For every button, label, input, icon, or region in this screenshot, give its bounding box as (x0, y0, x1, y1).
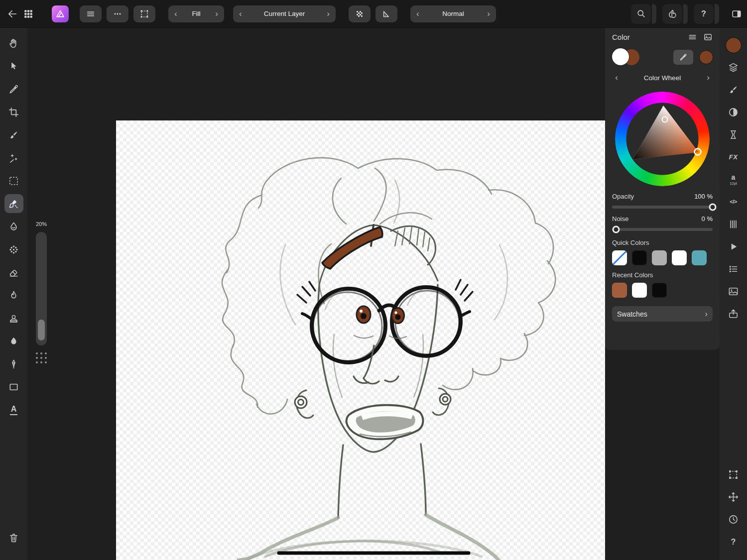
swatch[interactable] (692, 250, 707, 265)
tool-selection-brush[interactable] (4, 194, 23, 213)
tool-magic-wand[interactable] (4, 148, 23, 167)
menu-button[interactable] (80, 5, 102, 22)
help-tool-group: ? (694, 4, 719, 24)
studio-channels[interactable] (724, 213, 743, 235)
color-wheel[interactable] (615, 92, 710, 186)
tool-clone-stamp[interactable] (4, 309, 23, 328)
swatch[interactable] (612, 283, 627, 298)
swatch[interactable] (632, 283, 647, 298)
brush-size-slider-thumb[interactable] (38, 320, 45, 340)
tool-blur[interactable] (4, 332, 23, 350)
fill-control[interactable]: ‹ Fill › (168, 5, 224, 22)
eyedropper-icon (679, 53, 688, 62)
hair-strokes (222, 158, 555, 414)
saturation-triangle[interactable] (615, 92, 710, 186)
wheel-prev-button[interactable]: ‹ (612, 73, 621, 83)
mouth (347, 405, 423, 440)
studio-stock[interactable] (724, 258, 743, 280)
noise-slider-thumb[interactable] (613, 226, 620, 233)
retouch-tool-handle[interactable] (683, 4, 688, 24)
swatches-button[interactable]: Swatches › (612, 306, 713, 322)
fill-stroke-colors[interactable] (612, 48, 643, 67)
active-color-well[interactable] (724, 34, 743, 56)
current-color-chip[interactable] (700, 51, 713, 64)
chevron-right-icon[interactable]: › (486, 9, 491, 18)
gallery-button[interactable] (23, 8, 34, 19)
transform-selection-button[interactable] (133, 5, 155, 22)
studio-reference[interactable] (724, 280, 743, 303)
history-button[interactable] (724, 508, 743, 531)
canvas[interactable] (116, 120, 605, 560)
navigator-button[interactable] (724, 486, 743, 508)
tool-paint-brush[interactable] (4, 125, 23, 144)
swatch-none[interactable] (612, 250, 627, 265)
studio-export[interactable] (724, 303, 743, 325)
swatch[interactable] (652, 283, 667, 298)
transform-handles-icon (728, 469, 739, 480)
image-icon (728, 286, 739, 297)
help-tool-handle[interactable] (715, 4, 719, 24)
layer-target-label: Current Layer (243, 10, 326, 17)
noise-slider[interactable] (612, 228, 713, 231)
tool-color-picker[interactable] (4, 80, 23, 99)
panel-title: Color (612, 33, 630, 41)
transform-panel-button[interactable] (724, 463, 743, 486)
tool-vector-pen[interactable] (4, 354, 23, 373)
studio-macros[interactable] (724, 235, 743, 258)
affinity-logo[interactable] (52, 5, 69, 22)
swatch[interactable] (652, 250, 667, 265)
move-arrows-icon (728, 491, 739, 503)
studio-adjustments[interactable] (724, 101, 743, 123)
question-mark-icon: ? (701, 9, 706, 18)
studio-source-editor[interactable]: </> (724, 191, 743, 213)
swatch[interactable] (632, 250, 647, 265)
tool-shape[interactable] (4, 377, 23, 396)
more-button[interactable] (107, 5, 128, 22)
studio-typography[interactable]: a 12pt (724, 168, 743, 191)
color-eyedropper-button[interactable] (673, 50, 693, 65)
chevron-right-icon[interactable]: › (326, 9, 331, 18)
retouch-tool-button[interactable] (662, 4, 682, 24)
panel-toggle-button[interactable] (731, 8, 742, 19)
panel-picture-icon[interactable] (703, 32, 713, 42)
primary-color-chip[interactable] (612, 48, 629, 65)
delete-button[interactable] (4, 528, 23, 547)
layer-target-control[interactable]: ‹ Current Layer › (233, 5, 336, 22)
tool-move[interactable] (4, 57, 23, 76)
zoom-tool-handle[interactable] (652, 4, 656, 24)
tool-marquee[interactable] (4, 171, 23, 190)
neck (338, 444, 426, 518)
panel-menu-icon[interactable] (688, 32, 697, 42)
chevron-left-icon[interactable]: ‹ (173, 9, 178, 18)
tool-erase[interactable] (4, 263, 23, 282)
tool-text[interactable]: A (4, 400, 23, 419)
finger-smudge-icon (667, 8, 678, 19)
chevron-left-icon[interactable]: ‹ (238, 9, 243, 18)
chevron-right-icon[interactable]: › (214, 9, 219, 18)
tool-mixer-brush[interactable] (4, 217, 23, 236)
back-button[interactable] (7, 8, 18, 19)
studio-liquify[interactable] (724, 123, 743, 146)
chevron-left-icon[interactable]: ‹ (415, 9, 420, 18)
blend-mode-control[interactable]: ‹ Normal › (410, 5, 496, 22)
brush-size-slider[interactable] (36, 232, 47, 345)
studio-layers[interactable] (724, 56, 743, 79)
tool-burn[interactable] (4, 286, 23, 305)
wheel-next-button[interactable]: › (704, 73, 713, 83)
pixel-mode-button[interactable] (349, 5, 371, 22)
studio-effects[interactable]: FX (724, 146, 743, 168)
opacity-slider-thumb[interactable] (709, 204, 717, 211)
popup-drag-handle[interactable] (36, 352, 47, 364)
snapping-button[interactable] (375, 5, 397, 22)
tool-hand[interactable] (4, 34, 23, 53)
zoom-tool-button[interactable] (631, 4, 651, 24)
help-button-bottom[interactable]: ? (724, 531, 743, 553)
tool-pixel[interactable] (4, 240, 23, 259)
tool-crop[interactable] (4, 103, 23, 121)
help-button[interactable]: ? (694, 4, 714, 24)
studio-brushes[interactable] (724, 79, 743, 101)
contrast-circle-icon (728, 107, 739, 118)
opacity-slider[interactable] (612, 206, 713, 209)
ellipsis-icon (113, 9, 123, 19)
swatch[interactable] (672, 250, 687, 265)
